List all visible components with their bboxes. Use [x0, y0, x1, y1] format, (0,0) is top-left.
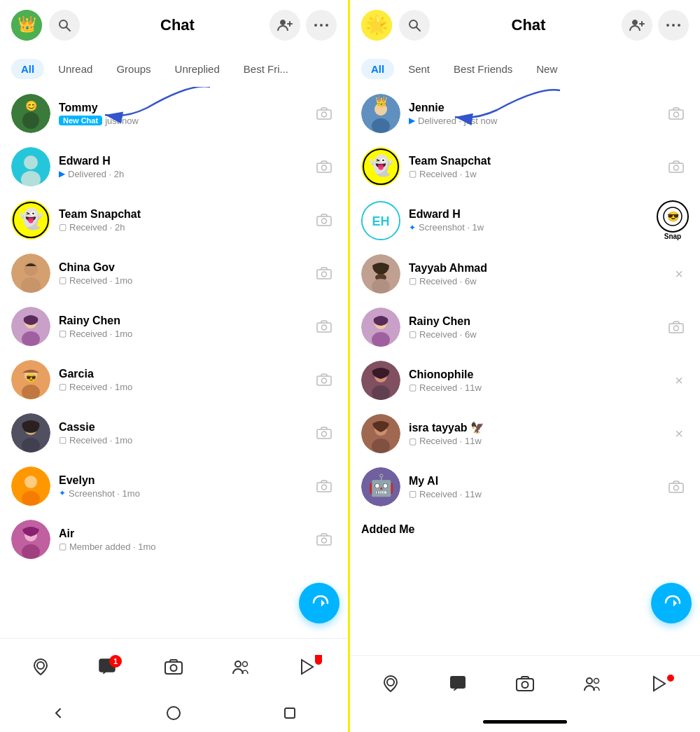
svg-rect-45 [317, 429, 331, 438]
svg-text:👑: 👑 [18, 15, 37, 34]
left-home-button[interactable] [164, 703, 183, 723]
left-more-button[interactable] [306, 10, 337, 41]
right-teamsnapchat-camera[interactable] [664, 154, 689, 179]
right-tab-new[interactable]: New [526, 59, 567, 79]
left-nav-camera[interactable] [164, 658, 183, 676]
right-chat-rainychen[interactable]: Rainy Chen ▢ Received · 6w [350, 301, 700, 354]
right-more-button[interactable] [658, 10, 689, 41]
myai-status-text: Received · 11w [419, 489, 482, 499]
right-chat-teamsnapchat[interactable]: 👻 Team Snapchat ▢ Received · 1w [350, 140, 700, 193]
air-camera[interactable] [312, 527, 337, 552]
tommy-time: just now [105, 116, 139, 126]
right-search-button[interactable] [399, 10, 430, 41]
left-chat-chinagov[interactable]: China Gov ▢ Received · 1mo [0, 247, 348, 300]
svg-point-8 [326, 24, 328, 27]
right-rainychen-camera[interactable] [664, 315, 689, 340]
rainychen-avatar [11, 307, 50, 346]
right-nav-friends[interactable] [583, 675, 601, 693]
jennie-camera[interactable] [664, 101, 689, 126]
right-edward-status: ✦ Screenshot · 1w [409, 222, 657, 233]
chinagov-camera[interactable] [312, 261, 337, 286]
jennie-name: Jennie [409, 102, 664, 114]
evelyn-name: Evelyn [59, 474, 312, 487]
right-fab-button[interactable] [651, 583, 692, 623]
left-chat-teamsnapchat[interactable]: 👻 Team Snapchat ▢ Received · 2h [0, 193, 348, 247]
tayyab-status-text: Received · 6w [419, 276, 477, 286]
svg-point-75 [678, 24, 680, 27]
left-nav-chat[interactable]: 1 [98, 658, 116, 676]
right-tab-bestfriends[interactable]: Best Friends [444, 59, 522, 79]
isratayyab-dismiss[interactable]: × [669, 420, 689, 448]
teamsnapchat-info: Team Snapchat ▢ Received · 2h [59, 208, 312, 233]
right-chat-tayyab[interactable]: Tayyab Ahmad ▢ Received · 6w × [350, 247, 700, 301]
svg-point-65 [167, 707, 180, 719]
evelyn-camera[interactable] [312, 474, 337, 499]
cassie-camera[interactable] [312, 420, 337, 446]
right-tab-all[interactable]: All [361, 59, 394, 79]
chionophile-dismiss[interactable]: × [669, 367, 689, 394]
svg-point-62 [235, 661, 241, 667]
left-chat-tommy[interactable]: 😊 Tommy New Chat just now [0, 87, 348, 140]
left-search-button[interactable] [49, 10, 80, 41]
svg-point-14 [322, 112, 327, 117]
tommy-camera[interactable] [312, 101, 337, 126]
left-nav-play[interactable] [298, 658, 316, 676]
svg-text:👻: 👻 [369, 154, 393, 177]
right-play-badge [667, 672, 674, 684]
left-user-avatar[interactable]: 👑 [11, 10, 42, 41]
cassie-avatar [11, 413, 50, 453]
svg-point-110 [674, 485, 679, 490]
left-tab-groups[interactable]: Groups [106, 59, 160, 79]
right-chat-jennie[interactable]: 👑 Jennie ▶ Delivered · just now [350, 87, 700, 140]
right-add-friend-button[interactable] [622, 10, 652, 41]
left-add-friend-button[interactable] [270, 10, 300, 41]
tayyab-dismiss[interactable]: × [669, 261, 689, 288]
right-tab-sent[interactable]: Sent [398, 59, 440, 79]
right-edward-snap[interactable]: 😎 Snap [657, 200, 689, 240]
right-nav-play[interactable] [650, 675, 668, 693]
left-chat-cassie[interactable]: Cassie ▢ Received · 1mo [0, 406, 348, 460]
svg-point-48 [24, 476, 37, 488]
svg-text:😎: 😎 [26, 373, 36, 383]
left-fab-button[interactable] [299, 583, 340, 623]
left-chat-evelyn[interactable]: Evelyn ✦ Screenshot · 1mo [0, 460, 348, 513]
left-chat-garcia[interactable]: 😎 Garcia ▢ Received · 1mo [0, 353, 348, 406]
left-recents-button[interactable] [280, 703, 300, 723]
right-chat-chionophile[interactable]: Chionophile ▢ Received · 11w × [350, 354, 700, 407]
right-chat-edward[interactable]: EH Edward H ✦ Screenshot · 1w 😎 Snap [350, 193, 700, 247]
svg-point-44 [22, 438, 40, 453]
teamsnapchat-camera[interactable] [312, 207, 337, 233]
svg-point-35 [322, 325, 327, 330]
right-chat-isratayyab[interactable]: isra tayyab 🦅 ▢ Received · 11w × [350, 407, 700, 460]
left-chat-air[interactable]: Air ▢ Member added · 1mo [0, 513, 348, 566]
left-chat-edward[interactable]: Edward H ▶ Delivered · 2h [0, 140, 348, 193]
rainychen-camera[interactable] [312, 314, 337, 339]
left-tab-all[interactable]: All [11, 59, 44, 79]
right-edward-info: Edward H ✦ Screenshot · 1w [409, 208, 657, 233]
left-nav-location[interactable] [31, 658, 50, 676]
left-back-button[interactable] [48, 703, 68, 723]
right-nav-location[interactable] [382, 675, 400, 693]
svg-point-6 [314, 24, 317, 27]
left-tab-unread[interactable]: Unread [48, 59, 102, 79]
myai-camera[interactable] [664, 474, 689, 499]
svg-rect-66 [285, 708, 295, 718]
chionophile-avatar [361, 361, 400, 400]
right-user-avatar[interactable]: 🌟 [361, 10, 392, 41]
right-nav-chat[interactable] [449, 675, 467, 693]
right-chat-myai[interactable]: 🤖 My AI ▢ Received · 11w [350, 460, 700, 513]
left-tab-unreplied[interactable]: Unreplied [165, 59, 230, 79]
right-nav-camera[interactable] [516, 675, 534, 693]
svg-point-25 [322, 219, 327, 223]
svg-point-12 [23, 112, 38, 126]
edward-camera[interactable] [312, 154, 337, 179]
svg-point-46 [322, 431, 327, 436]
left-nav-friends[interactable] [232, 658, 250, 676]
chionophile-status: ▢ Received · 11w [409, 382, 669, 393]
garcia-camera[interactable] [312, 367, 337, 392]
left-chat-rainychen[interactable]: Rainy Chen ▢ Received · 1mo [0, 300, 348, 353]
edward-name: Edward H [59, 155, 312, 167]
left-tab-bestfri[interactable]: Best Fri... [234, 59, 298, 79]
right-edward-name: Edward H [409, 208, 657, 221]
right-teamsnapchat-name: Team Snapchat [409, 155, 664, 167]
